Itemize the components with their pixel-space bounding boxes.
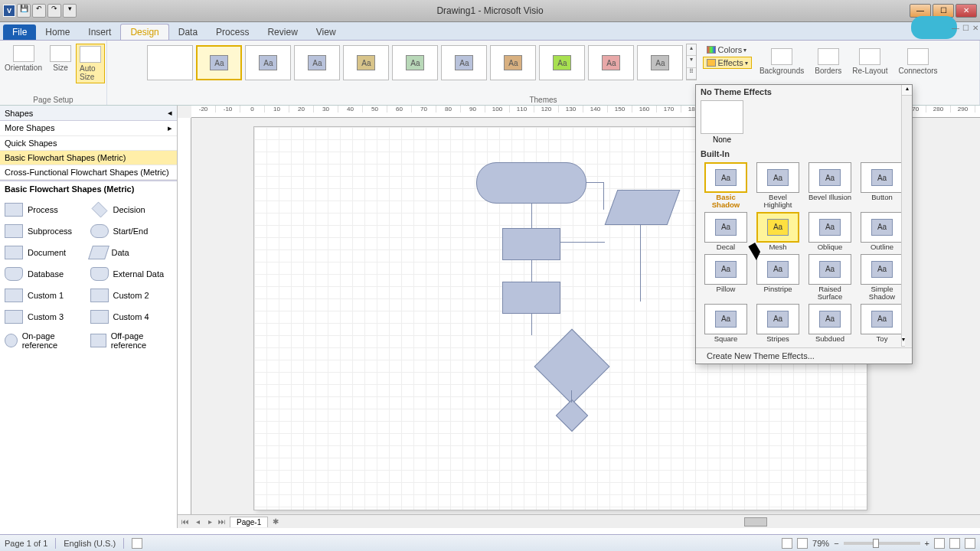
zoom-in-icon[interactable]: + <box>925 539 929 548</box>
effect-mesh[interactable]: AaMesh <box>754 212 802 251</box>
theme-tile[interactable]: Aa <box>539 45 585 80</box>
theme-tile[interactable]: Aa <box>490 45 536 80</box>
effect-bevel-highlight[interactable]: AaBevel Highlight <box>754 162 802 209</box>
qat-more-icon[interactable]: ▾ <box>63 4 77 18</box>
backgrounds-button[interactable]: Backgrounds <box>756 47 807 77</box>
zoom-out-icon[interactable]: − <box>834 539 838 548</box>
page-tab-1[interactable]: Page-1 <box>230 517 268 527</box>
borders-button[interactable]: Borders <box>812 47 844 77</box>
shape-master-custom-4[interactable]: Custom 4 <box>90 307 173 327</box>
stencil-cross-functional[interactable]: Cross-Functional Flowchart Shapes (Metri… <box>0 165 177 180</box>
tab-insert[interactable]: Insert <box>79 24 120 40</box>
zoom-slider[interactable] <box>844 542 920 545</box>
switch-window-icon[interactable] <box>965 538 975 549</box>
effect-subdued[interactable]: AaSubdued <box>806 304 854 343</box>
effect-stripes[interactable]: AaStripes <box>754 304 802 343</box>
shape-decision-2[interactable] <box>556 399 588 432</box>
effect-simple-shadow[interactable]: AaSimple Shadow <box>858 254 906 301</box>
shape-process-2[interactable] <box>502 282 560 314</box>
ribbon-minimize-icon[interactable]: — <box>952 24 959 32</box>
theme-tile[interactable]: Aa <box>637 45 683 80</box>
effect-toy[interactable]: AaToy <box>858 304 906 343</box>
tab-review[interactable]: Review <box>258 24 306 40</box>
theme-tile[interactable]: Aa <box>441 45 487 80</box>
shape-master-custom-3[interactable]: Custom 3 <box>5 307 87 327</box>
collapse-icon[interactable]: ◂ <box>168 108 172 118</box>
new-page-icon[interactable]: ✱ <box>271 517 280 526</box>
tab-data[interactable]: Data <box>169 24 207 40</box>
create-new-effects[interactable]: Create New Theme Effects... <box>696 347 912 364</box>
shape-master-custom-2[interactable]: Custom 2 <box>90 285 173 305</box>
effect-button[interactable]: AaButton <box>858 162 906 209</box>
auto-size-button[interactable]: Auto Size <box>76 44 105 83</box>
language-indicator[interactable]: English (U.S.) <box>64 539 116 548</box>
shape-data[interactable] <box>605 190 681 225</box>
shape-decision-1[interactable] <box>534 329 610 405</box>
prev-page-icon[interactable]: ◂ <box>193 517 202 526</box>
effect-outline[interactable]: AaOutline <box>858 212 906 251</box>
tab-view[interactable]: View <box>307 24 345 40</box>
tab-home[interactable]: Home <box>36 24 79 40</box>
scroll-up-icon[interactable]: ▴ <box>902 85 912 96</box>
colors-dropdown[interactable]: Colors▾ <box>703 44 751 56</box>
scroll-down-icon[interactable]: ▾ <box>902 336 905 347</box>
effect-decal[interactable]: AaDecal <box>702 212 750 251</box>
qat-save-icon[interactable]: 💾 <box>17 4 31 18</box>
effects-dropdown[interactable]: Effects▾ <box>703 57 751 69</box>
tab-design[interactable]: Design <box>120 24 168 40</box>
effect-basic-shadow[interactable]: AaBasic Shadow <box>702 162 750 209</box>
theme-gallery-scroll[interactable]: ▴ ▾ ⠿ <box>686 44 697 80</box>
first-page-icon[interactable]: ⏮ <box>181 517 190 526</box>
tab-process[interactable]: Process <box>207 24 258 40</box>
effects-scrollbar[interactable]: ▴ ▾ <box>901 85 912 347</box>
effect-raised-surface[interactable]: AaRaised Surface <box>806 254 854 301</box>
shape-master-off-page-reference[interactable]: Off-page reference <box>90 328 173 353</box>
theme-tile[interactable]: Aa <box>588 45 634 80</box>
scroll-down-icon[interactable]: ▾ <box>687 56 696 67</box>
shape-master-document[interactable]: Document <box>5 243 87 262</box>
shape-process-1[interactable] <box>502 228 560 260</box>
shape-master-data[interactable]: Data <box>90 243 173 262</box>
theme-tile[interactable] <box>147 45 193 80</box>
scroll-more-icon[interactable]: ⠿ <box>687 68 696 80</box>
ribbon-close-icon[interactable]: ✕ <box>972 24 978 32</box>
macro-record-icon[interactable] <box>132 538 142 549</box>
more-shapes[interactable]: More Shapes▸ <box>0 121 177 136</box>
theme-gallery[interactable]: AaAaAaAaAaAaAaAaAaAa <box>145 44 684 82</box>
fit-width-icon[interactable] <box>949 538 960 549</box>
zoom-knob[interactable] <box>873 539 879 548</box>
connectors-button[interactable]: Connectors <box>895 47 940 77</box>
effect-pillow[interactable]: AaPillow <box>702 254 750 301</box>
qat-redo-icon[interactable]: ↷ <box>47 4 61 18</box>
orientation-button[interactable]: Orientation <box>2 44 45 83</box>
scroll-up-icon[interactable]: ▴ <box>687 44 696 56</box>
theme-tile[interactable]: Aa <box>392 45 438 80</box>
effect-square[interactable]: AaSquare <box>702 304 750 343</box>
horizontal-scrollbar[interactable] <box>560 516 968 528</box>
tab-file[interactable]: File <box>3 24 36 40</box>
effect-oblique[interactable]: AaOblique <box>806 212 854 251</box>
quick-shapes[interactable]: Quick Shapes <box>0 136 177 151</box>
qat-undo-icon[interactable]: ↶ <box>32 4 46 18</box>
scroll-thumb[interactable] <box>744 517 767 527</box>
help-bubble-icon[interactable] <box>911 16 957 39</box>
effect-none-tile[interactable] <box>701 100 743 134</box>
shape-master-start-end[interactable]: Start/End <box>90 221 173 241</box>
theme-tile[interactable]: Aa <box>343 45 389 80</box>
next-page-icon[interactable]: ▸ <box>205 517 214 526</box>
shape-terminator[interactable] <box>476 162 586 204</box>
ribbon-restore-icon[interactable]: ☐ <box>962 24 969 32</box>
last-page-icon[interactable]: ⏭ <box>217 517 227 526</box>
size-button[interactable]: Size <box>47 44 74 83</box>
shape-master-decision[interactable]: Decision <box>90 200 173 220</box>
app-logo[interactable]: V <box>3 5 15 17</box>
effect-pinstripe[interactable]: AaPinstripe <box>754 254 802 301</box>
close-button[interactable]: ✕ <box>956 4 977 18</box>
shape-master-subprocess[interactable]: Subprocess <box>5 221 87 241</box>
shape-master-on-page-reference[interactable]: On-page reference <box>5 328 87 353</box>
relayout-button[interactable]: Re-Layout <box>849 47 890 77</box>
fit-page-icon[interactable] <box>934 538 945 549</box>
shape-master-database[interactable]: Database <box>5 264 87 284</box>
theme-tile[interactable]: Aa <box>245 45 291 80</box>
theme-tile[interactable]: Aa <box>196 45 242 80</box>
